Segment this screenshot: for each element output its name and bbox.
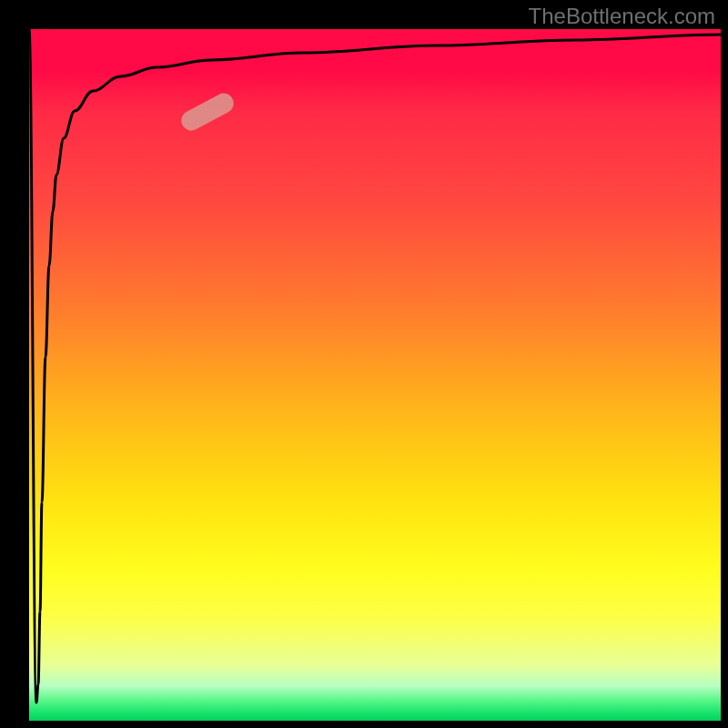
bottleneck-curve — [29, 29, 721, 721]
plot-area — [29, 29, 721, 721]
watermark-text: TheBottleneck.com — [529, 4, 715, 29]
chart-frame: TheBottleneck.com — [0, 0, 728, 728]
